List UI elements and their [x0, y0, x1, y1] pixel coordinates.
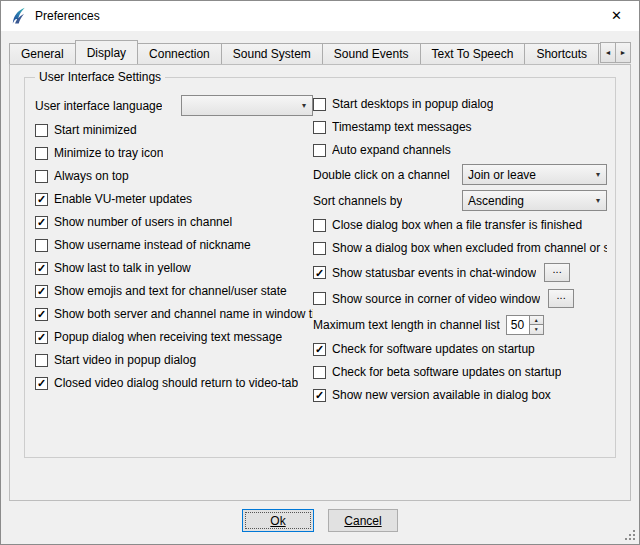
tab-connection[interactable]: Connection: [137, 43, 222, 64]
checkbox[interactable]: ✓: [35, 193, 48, 206]
checkbox[interactable]: ✓: [35, 285, 48, 298]
tab-sound-events[interactable]: Sound Events: [322, 43, 421, 64]
sort-channels-row: Sort channels by Ascending ▾: [313, 190, 607, 211]
group-title: User Interface Settings: [35, 70, 165, 84]
max-text-length-label: Maximum text length in channel list: [313, 318, 500, 332]
checkbox-label: Minimize to tray icon: [54, 146, 163, 160]
checkbox[interactable]: [313, 219, 326, 232]
checkbox-row[interactable]: ✓ Show number of users in channel: [35, 213, 313, 231]
checkbox[interactable]: ✓: [35, 377, 48, 390]
checkbox-label: Enable VU-meter updates: [54, 192, 192, 206]
cancel-button[interactable]: Cancel: [328, 509, 398, 532]
checkbox[interactable]: ✓: [313, 266, 326, 279]
statusbar-events-more-button[interactable]: ...: [544, 263, 570, 282]
tab-scroll-left-button[interactable]: ◄: [600, 42, 616, 63]
checkbox-label: Closed video dialog should return to vid…: [54, 376, 298, 390]
sort-channels-combobox[interactable]: Ascending ▾: [462, 190, 607, 211]
spinner-up-button[interactable]: ▲: [530, 316, 543, 326]
checkbox[interactable]: [313, 366, 326, 379]
checkbox-label: Auto expand channels: [332, 143, 451, 157]
right-column: Start desktops in popup dialog Timestamp…: [313, 95, 607, 409]
tab-shortcuts[interactable]: Shortcuts: [524, 43, 599, 64]
double-click-label: Double click on a channel: [313, 168, 450, 182]
tab-scroll-right-button[interactable]: ►: [615, 42, 631, 63]
checkbox[interactable]: [35, 124, 48, 137]
sort-channels-label: Sort channels by: [313, 194, 402, 208]
max-text-length-row: Maximum text length in channel list 50 ▲…: [313, 314, 607, 335]
checkbox-row[interactable]: Show username instead of nickname: [35, 236, 313, 254]
checkbox[interactable]: ✓: [35, 216, 48, 229]
checkbox-label: Show emojis and text for channel/user st…: [54, 284, 287, 298]
ok-button-label: Ok: [270, 514, 285, 528]
checkbox[interactable]: [35, 170, 48, 183]
checkbox[interactable]: ✓: [35, 308, 48, 321]
video-source-row[interactable]: Show source in corner of video window ..…: [313, 288, 607, 309]
checkbox[interactable]: ✓: [35, 262, 48, 275]
checkbox[interactable]: ✓: [313, 343, 326, 356]
checkbox-row[interactable]: Show a dialog box when excluded from cha…: [313, 239, 607, 257]
checkbox-row[interactable]: Close dialog box when a file transfer is…: [313, 216, 607, 234]
checkbox-label: Timestamp text messages: [332, 120, 472, 134]
checkbox-row[interactable]: Timestamp text messages: [313, 118, 607, 136]
checkbox[interactable]: [313, 242, 326, 255]
user-interface-settings-group: User Interface Settings User interface l…: [24, 77, 616, 458]
tab-display[interactable]: Display: [75, 40, 138, 64]
checkbox[interactable]: [313, 144, 326, 157]
video-source-more-button[interactable]: ...: [548, 289, 574, 308]
checkbox-row[interactable]: ✓ Show both server and channel name in w…: [35, 305, 313, 323]
checkbox-row[interactable]: ✓ Check for software updates on startup: [313, 340, 607, 358]
checkbox-label: Show a dialog box when excluded from cha…: [332, 241, 607, 255]
checkbox[interactable]: [313, 292, 326, 305]
checkbox-label: Show statusbar events in chat-window: [332, 266, 536, 280]
close-icon: ✕: [611, 8, 622, 23]
checkbox-row[interactable]: Start minimized: [35, 121, 313, 139]
window-title: Preferences: [35, 9, 100, 23]
max-text-length-spinner[interactable]: 50 ▲ ▼: [506, 315, 544, 335]
checkbox-row[interactable]: Start desktops in popup dialog: [313, 95, 607, 113]
checkbox[interactable]: [35, 147, 48, 160]
cancel-button-label: Cancel: [344, 514, 381, 528]
checkbox-row[interactable]: ✓ Show new version available in dialog b…: [313, 386, 607, 404]
ok-button[interactable]: Ok: [242, 509, 314, 532]
left-column: User interface language ▾ Start minimize…: [35, 95, 313, 409]
spinner-value: 50: [507, 316, 529, 334]
checkbox[interactable]: ✓: [35, 331, 48, 344]
checkbox[interactable]: [313, 98, 326, 111]
combobox-value: Join or leave: [468, 168, 536, 182]
checkbox-label: Show new version available in dialog box: [332, 388, 551, 402]
checkbox[interactable]: ✓: [313, 389, 326, 402]
checkbox[interactable]: [313, 121, 326, 134]
double-click-combobox[interactable]: Join or leave ▾: [462, 164, 607, 185]
checkbox-label: Show number of users in channel: [54, 215, 232, 229]
checkbox-row[interactable]: ✓ Enable VU-meter updates: [35, 190, 313, 208]
checkbox[interactable]: [35, 239, 48, 252]
tab-sound-system[interactable]: Sound System: [221, 43, 323, 64]
checkbox-label: Show last to talk in yellow: [54, 261, 191, 275]
checkbox-row[interactable]: Minimize to tray icon: [35, 144, 313, 162]
language-combobox[interactable]: ▾: [181, 95, 313, 116]
spinner-down-button[interactable]: ▼: [530, 325, 543, 334]
checkbox-row[interactable]: ✓ Show emojis and text for channel/user …: [35, 282, 313, 300]
checkbox-label: Check for software updates on startup: [332, 342, 535, 356]
checkbox-row[interactable]: Auto expand channels: [313, 141, 607, 159]
tab-text-to-speech[interactable]: Text To Speech: [420, 43, 526, 64]
title-bar[interactable]: Preferences ✕: [1, 1, 639, 31]
checkbox-row[interactable]: ✓ Closed video dialog should return to v…: [35, 374, 313, 392]
resize-grip-icon[interactable]: [623, 528, 636, 541]
checkbox-row[interactable]: ✓ Popup dialog when receiving text messa…: [35, 328, 313, 346]
ellipsis-icon: ...: [557, 290, 566, 300]
display-tab-page: User Interface Settings User interface l…: [9, 64, 631, 501]
tab-general[interactable]: General: [9, 43, 76, 64]
checkbox-row[interactable]: Check for beta software updates on start…: [313, 363, 607, 381]
close-button[interactable]: ✕: [594, 1, 639, 30]
checkbox-row[interactable]: ✓ Show last to talk in yellow: [35, 259, 313, 277]
checkbox-label: Always on top: [54, 169, 129, 183]
arrow-right-icon: ►: [620, 49, 627, 56]
arrow-left-icon: ◄: [605, 49, 612, 56]
checkbox-row[interactable]: Start video in popup dialog: [35, 351, 313, 369]
arrow-up-icon: ▲: [534, 317, 539, 323]
checkbox[interactable]: [35, 354, 48, 367]
checkbox-label: Start video in popup dialog: [54, 353, 196, 367]
statusbar-events-row[interactable]: ✓ Show statusbar events in chat-window .…: [313, 262, 607, 283]
checkbox-row[interactable]: Always on top: [35, 167, 313, 185]
